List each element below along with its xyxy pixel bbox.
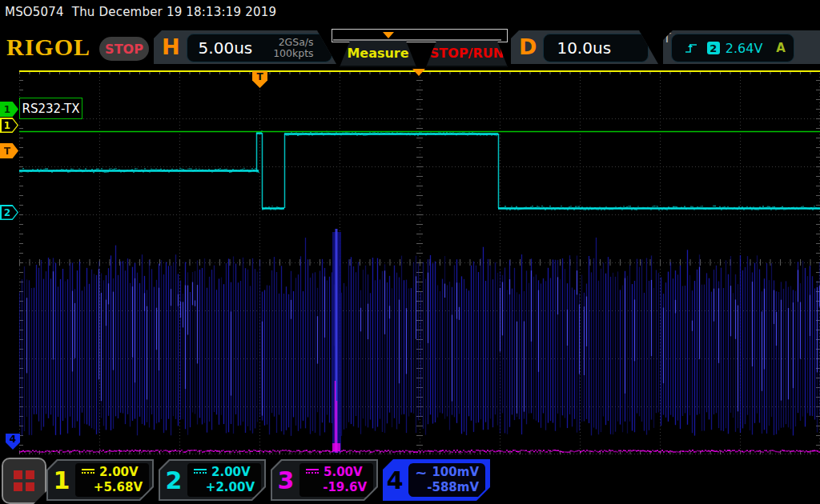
oscilloscope-screen: { "header": { "model": "MSO5074", "datet… bbox=[0, 0, 820, 504]
channel3-box[interactable]: 3 5.00V -19.6V bbox=[271, 459, 378, 501]
memory-depth: 100kpts bbox=[273, 47, 313, 59]
timebase-value: 5.00us bbox=[187, 38, 274, 58]
horizontal-label: H bbox=[154, 30, 187, 64]
measure-button[interactable]: Measure bbox=[340, 41, 416, 67]
delay-label: D bbox=[511, 30, 543, 64]
datetime: Thu December 19 18:13:19 2019 bbox=[72, 5, 276, 19]
bus-decode-label[interactable]: RS232-TX bbox=[19, 98, 82, 119]
horizontal-center-marker[interactable] bbox=[412, 69, 425, 76]
waveform-position-strip[interactable] bbox=[332, 29, 508, 42]
ac-coupling-icon: ~ bbox=[415, 469, 427, 477]
ch4-position-marker[interactable]: 4 bbox=[6, 434, 20, 450]
bus1-position-marker[interactable]: 1 bbox=[0, 102, 18, 117]
horizontal-inner: 5.00us 2GSa/s 100kpts bbox=[187, 34, 332, 62]
horizontal-settings-block[interactable]: H 5.00us 2GSa/s 100kpts bbox=[154, 30, 336, 64]
waveform-overview-icon bbox=[332, 31, 505, 42]
titlebar: MSO5074 Thu December 19 18:13:19 2019 bbox=[5, 5, 276, 19]
ch1-position-marker[interactable]: 1 bbox=[0, 118, 18, 133]
channel1-box[interactable]: 1 2.00V +5.68V bbox=[46, 459, 154, 501]
channel1-scale: 2.00V bbox=[99, 465, 139, 480]
delay-settings-block[interactable]: D 10.0us bbox=[511, 30, 658, 64]
rising-edge-icon bbox=[683, 42, 699, 54]
channel4-offset: -588mV bbox=[415, 480, 479, 495]
acquisition-info: 2GSa/s 100kpts bbox=[273, 37, 331, 59]
dc-coupling-icon bbox=[306, 469, 319, 476]
stop-run-button[interactable]: STOP/RUN bbox=[426, 41, 508, 67]
menu-grid-button[interactable] bbox=[2, 458, 46, 504]
brand-logo: RIGOL bbox=[6, 34, 90, 61]
waveform-display-area: T 1 RS232-TX 1 T 2 4 bbox=[0, 69, 820, 458]
trigger-level-value: 2.64V bbox=[726, 41, 776, 56]
channel1-offset: +5.68V bbox=[82, 480, 143, 495]
trigger-inner: 2 2.64V A bbox=[671, 34, 794, 62]
ch2-position-marker[interactable]: 2 bbox=[0, 205, 18, 220]
grid-icon bbox=[14, 470, 34, 491]
trigger-source-badge: 2 bbox=[707, 42, 720, 54]
run-state-badge[interactable]: STOP bbox=[99, 37, 149, 61]
dc-coupling-icon bbox=[82, 469, 94, 476]
channel2-scale: 2.00V bbox=[211, 465, 251, 480]
channel2-box[interactable]: 2 2.00V +2.00V bbox=[159, 459, 266, 501]
channel3-scale: 5.00V bbox=[324, 465, 363, 480]
channel3-number: 3 bbox=[272, 461, 299, 499]
sample-rate: 2GSa/s bbox=[279, 36, 314, 48]
trigger-settings-block[interactable]: T 2 2.64V A bbox=[663, 30, 820, 64]
dc-coupling-icon bbox=[194, 469, 207, 476]
channel4-box-selected[interactable]: 4 ~100mV -588mV bbox=[383, 459, 490, 501]
channel4-scale: 100mV bbox=[432, 465, 479, 480]
channel3-offset: -19.6V bbox=[306, 480, 367, 495]
delay-inner: 10.0us bbox=[543, 34, 649, 62]
model-name: MSO5074 bbox=[5, 5, 64, 19]
channel2-offset: +2.00V bbox=[194, 480, 255, 495]
scope-canvas bbox=[19, 70, 820, 454]
window-position-marker bbox=[383, 32, 394, 38]
trigger-label: T bbox=[663, 30, 671, 64]
bottom-bar: 1 2.00V +5.68V 2 2.00V +2.00V 3 5.00V -1… bbox=[0, 456, 820, 504]
trigger-level-marker[interactable]: T bbox=[0, 143, 18, 158]
delay-value: 10.0us bbox=[544, 38, 611, 58]
channel1-number: 1 bbox=[48, 461, 75, 499]
channel2-number: 2 bbox=[160, 461, 187, 499]
trigger-sweep-mode: A bbox=[776, 41, 794, 55]
